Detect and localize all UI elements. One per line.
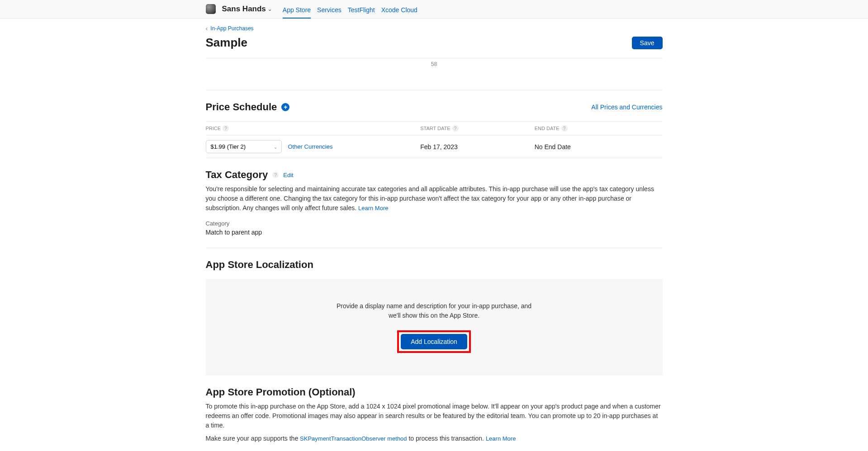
help-icon[interactable]: ? bbox=[272, 172, 279, 178]
price-select[interactable]: ⌄ bbox=[206, 140, 282, 153]
top-nav: Sans Hands ⌄ App Store Services TestFlig… bbox=[0, 0, 868, 19]
app-name: Sans Hands bbox=[222, 5, 266, 14]
th-price: PRICE ? bbox=[206, 125, 421, 132]
tax-category-section: Tax Category ? Edit You're responsible f… bbox=[206, 158, 663, 236]
tab-testflight[interactable]: TestFlight bbox=[348, 4, 375, 19]
tax-category-title: Tax Category bbox=[206, 169, 268, 181]
chevron-left-icon: ‹ bbox=[206, 25, 208, 32]
localization-box: Provide a display name and description f… bbox=[206, 279, 663, 376]
character-counter: 58 bbox=[206, 58, 663, 78]
tab-services[interactable]: Services bbox=[317, 4, 342, 19]
table-header: PRICE ? START DATE ? END DATE ? bbox=[206, 122, 663, 136]
price-table: PRICE ? START DATE ? END DATE ? bbox=[206, 121, 663, 158]
localization-title: App Store Localization bbox=[206, 259, 663, 271]
help-icon[interactable]: ? bbox=[223, 125, 229, 132]
all-prices-link[interactable]: All Prices and Currencies bbox=[591, 103, 662, 111]
price-select-input[interactable] bbox=[206, 140, 282, 153]
tab-app-store[interactable]: App Store bbox=[283, 4, 311, 19]
add-localization-button[interactable]: Add Localization bbox=[401, 334, 467, 349]
app-switcher[interactable]: Sans Hands ⌄ bbox=[222, 5, 272, 14]
promotion-description: To promote this in-app purchase on the A… bbox=[206, 402, 663, 430]
page-title: Sample bbox=[206, 36, 248, 50]
category-label: Category bbox=[206, 220, 663, 227]
edit-link[interactable]: Edit bbox=[283, 172, 293, 179]
learn-more-link[interactable]: Learn More bbox=[358, 205, 388, 211]
th-end-date: END DATE ? bbox=[535, 125, 663, 132]
table-row: ⌄ Other Currencies Feb 17, 2023 No End D… bbox=[206, 136, 663, 158]
start-date-value: Feb 17, 2023 bbox=[420, 143, 535, 150]
end-date-value: No End Date bbox=[535, 143, 663, 150]
app-icon bbox=[206, 4, 216, 14]
help-icon[interactable]: ? bbox=[561, 125, 568, 132]
chevron-down-icon: ⌄ bbox=[268, 6, 272, 12]
localization-section: App Store Localization Provide a display… bbox=[206, 248, 663, 376]
breadcrumb-label: In-App Purchases bbox=[210, 25, 253, 32]
promotion-title: App Store Promotion (Optional) bbox=[206, 386, 663, 398]
help-icon[interactable]: ? bbox=[452, 125, 459, 132]
promotion-support-text: Make sure your app supports the SKPaymen… bbox=[206, 434, 663, 443]
tax-category-description: You're responsible for selecting and mai… bbox=[206, 184, 663, 213]
save-button[interactable]: Save bbox=[632, 37, 663, 49]
breadcrumb[interactable]: ‹ In-App Purchases bbox=[206, 19, 663, 32]
highlight-frame: Add Localization bbox=[397, 330, 471, 353]
page-header: Sample Save bbox=[206, 32, 663, 58]
localization-description: Provide a display name and description f… bbox=[330, 301, 538, 320]
tab-xcode-cloud[interactable]: Xcode Cloud bbox=[381, 4, 417, 19]
add-price-icon[interactable]: + bbox=[281, 103, 289, 111]
other-currencies-link[interactable]: Other Currencies bbox=[288, 143, 333, 150]
promotion-section: App Store Promotion (Optional) To promot… bbox=[206, 376, 663, 443]
price-schedule-title: Price Schedule bbox=[206, 101, 277, 113]
sk-observer-link[interactable]: SKPaymentTransactionObserver method bbox=[300, 435, 407, 442]
learn-more-link[interactable]: Learn More bbox=[486, 435, 516, 442]
price-schedule-section: Price Schedule + All Prices and Currenci… bbox=[206, 90, 663, 158]
th-start-date: START DATE ? bbox=[420, 125, 535, 132]
category-value: Match to parent app bbox=[206, 229, 663, 236]
nav-tabs: App Store Services TestFlight Xcode Clou… bbox=[283, 4, 417, 14]
